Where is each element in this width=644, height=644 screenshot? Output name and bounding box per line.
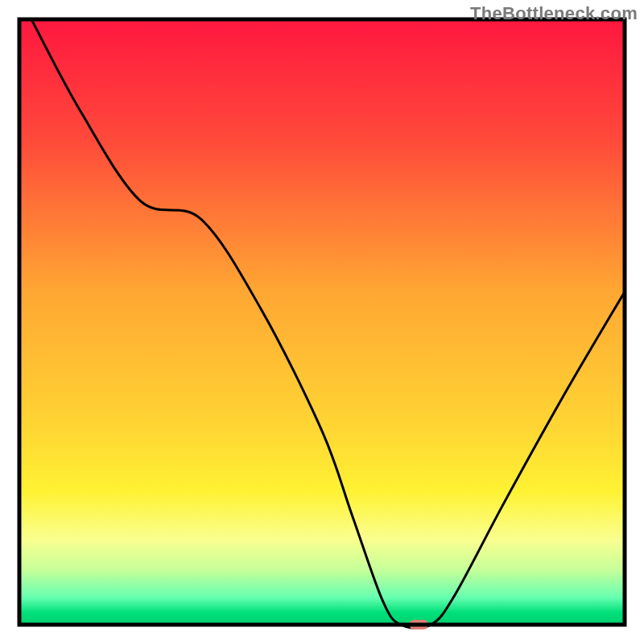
watermark-label: TheBottleneck.com: [470, 3, 638, 24]
bottleneck-chart: TheBottleneck.com: [0, 0, 644, 644]
chart-svg: [0, 0, 644, 644]
plot-background: [19, 19, 625, 625]
